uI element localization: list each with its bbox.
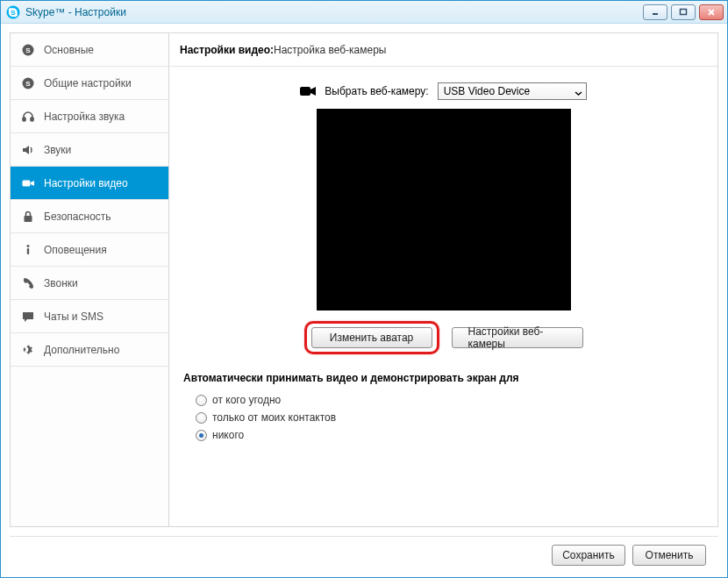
content-panel: Настройки видео: Настройка веб-камеры Вы… bbox=[169, 32, 718, 527]
sidebar-item-label: Безопасность bbox=[44, 211, 111, 223]
radio-label: только от моих контактов bbox=[212, 411, 336, 424]
camera-icon bbox=[21, 176, 35, 190]
sidebar-item-notifications[interactable]: Оповещения bbox=[11, 233, 168, 267]
phone-icon bbox=[21, 276, 35, 290]
sidebar-item-sounds[interactable]: Звуки bbox=[11, 133, 168, 167]
svg-rect-13 bbox=[25, 216, 32, 222]
webcam-select[interactable]: USB Video Device bbox=[438, 82, 587, 100]
lock-icon bbox=[21, 210, 35, 224]
svg-rect-16 bbox=[300, 87, 310, 96]
sidebar-item-label: Настройки видео bbox=[44, 177, 128, 189]
sidebar-item-label: Оповещения bbox=[44, 244, 107, 256]
svg-text:S: S bbox=[25, 80, 31, 88]
radio-icon bbox=[196, 395, 207, 406]
sidebar-item-calls[interactable]: Звонки bbox=[11, 267, 168, 300]
svg-rect-10 bbox=[23, 118, 25, 121]
content-header-rest: Настройка веб-камеры bbox=[274, 44, 386, 56]
camera-icon bbox=[300, 85, 316, 97]
sidebar-item-video[interactable]: Настройки видео bbox=[11, 167, 168, 200]
save-button[interactable]: Сохранить bbox=[552, 545, 625, 566]
radio-label: от кого угодно bbox=[212, 394, 281, 406]
sidebar-item-common[interactable]: S Общие настройки bbox=[11, 67, 168, 100]
settings-window: S Skype™ - Настройки S Основные S Общие … bbox=[0, 0, 728, 578]
skype-app-icon: S bbox=[6, 5, 20, 19]
skype-icon: S bbox=[21, 43, 35, 57]
sidebar-item-label: Дополнительно bbox=[44, 344, 119, 356]
svg-rect-11 bbox=[31, 118, 33, 121]
chevron-down-icon bbox=[575, 88, 582, 96]
svg-text:S: S bbox=[11, 9, 16, 17]
close-button[interactable] bbox=[699, 4, 724, 20]
sidebar-item-general[interactable]: S Основные bbox=[11, 33, 168, 67]
auto-accept-section-title: Автоматически принимать видео и демонстр… bbox=[183, 372, 703, 384]
maximize-button[interactable] bbox=[671, 4, 696, 20]
svg-rect-15 bbox=[27, 248, 29, 254]
window-buttons bbox=[643, 4, 724, 20]
sidebar-item-label: Общие настройки bbox=[44, 77, 132, 89]
radio-label: никого bbox=[212, 429, 244, 441]
svg-point-14 bbox=[27, 245, 30, 247]
webcam-select-label: Выбрать веб-камеру: bbox=[325, 85, 428, 97]
titlebar: S Skype™ - Настройки bbox=[1, 1, 727, 24]
dialog-footer: Сохранить Отменить bbox=[10, 536, 718, 573]
radio-icon bbox=[196, 412, 207, 424]
content-header-bold: Настройки видео: bbox=[180, 44, 274, 56]
sidebar-item-label: Звуки bbox=[44, 144, 71, 156]
svg-rect-3 bbox=[681, 9, 687, 14]
svg-text:S: S bbox=[25, 46, 31, 54]
svg-rect-12 bbox=[23, 180, 31, 186]
cancel-button[interactable]: Отменить bbox=[632, 545, 706, 566]
skype-icon: S bbox=[21, 76, 35, 90]
webcam-settings-button[interactable]: Настройки веб-камеры bbox=[452, 327, 583, 348]
content-header: Настройки видео: Настройка веб-камеры bbox=[169, 33, 717, 67]
headset-icon bbox=[21, 110, 35, 124]
gear-icon bbox=[21, 343, 35, 357]
sidebar-item-label: Звонки bbox=[44, 277, 78, 289]
info-icon bbox=[21, 243, 35, 257]
radio-option-anyone[interactable]: от кого угодно bbox=[183, 391, 703, 409]
speaker-icon bbox=[21, 143, 35, 157]
radio-option-contacts[interactable]: только от моих контактов bbox=[183, 409, 703, 426]
highlight-annotation: Изменить аватар bbox=[304, 321, 439, 354]
settings-sidebar: S Основные S Общие настройки Настройка з… bbox=[10, 32, 169, 527]
webcam-select-value: USB Video Device bbox=[444, 85, 531, 97]
radio-icon bbox=[196, 430, 207, 441]
webcam-buttons-row: Изменить аватар Настройки веб-камеры bbox=[183, 321, 703, 354]
webcam-preview bbox=[317, 109, 571, 310]
change-avatar-button[interactable]: Изменить аватар bbox=[311, 327, 432, 348]
sidebar-item-label: Настройка звука bbox=[44, 111, 125, 123]
sidebar-item-chats[interactable]: Чаты и SMS bbox=[11, 300, 168, 333]
webcam-select-row: Выбрать веб-камеру: USB Video Device bbox=[183, 82, 703, 100]
sidebar-item-audio[interactable]: Настройка звука bbox=[11, 100, 168, 133]
content-body: Выбрать веб-камеру: USB Video Device Изм… bbox=[169, 67, 717, 526]
sidebar-item-security[interactable]: Безопасность bbox=[11, 200, 168, 233]
radio-option-noone[interactable]: никого bbox=[183, 426, 703, 444]
sidebar-item-advanced[interactable]: Дополнительно bbox=[11, 333, 168, 367]
minimize-button[interactable] bbox=[643, 4, 667, 20]
sidebar-item-label: Основные bbox=[44, 44, 94, 56]
chat-icon bbox=[21, 310, 35, 324]
sidebar-item-label: Чаты и SMS bbox=[44, 310, 103, 323]
window-title: Skype™ - Настройки bbox=[25, 6, 638, 18]
